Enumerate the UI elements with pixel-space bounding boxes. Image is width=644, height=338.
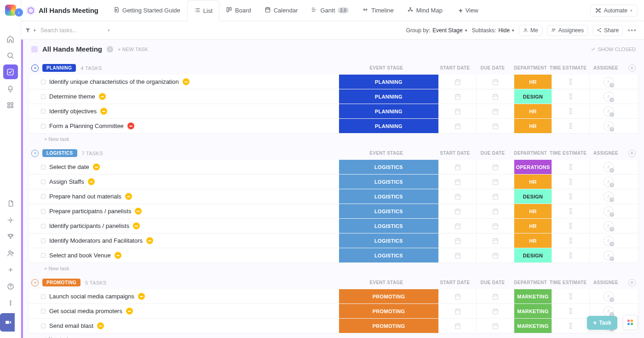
task-status-box[interactable] (41, 253, 46, 258)
view-tab-board[interactable]: Board (219, 0, 258, 21)
task-row[interactable]: Select and book Venue LOGISTICS DESIGN (29, 248, 638, 263)
cell-event-stage[interactable]: PROMOTING (339, 304, 438, 318)
cell-assignee[interactable] (589, 189, 627, 204)
cell-start-date[interactable] (438, 204, 476, 218)
priority-flag-icon[interactable] (133, 222, 140, 229)
cell-time-estimate[interactable] (552, 119, 589, 133)
cell-time-estimate[interactable] (552, 304, 589, 318)
new-task-row-button[interactable]: + New task (29, 263, 638, 271)
task-status-box[interactable] (41, 224, 46, 228)
priority-flag-icon[interactable] (125, 193, 132, 200)
priority-flag-icon[interactable] (100, 108, 107, 115)
cell-event-stage[interactable]: PLANNING (339, 75, 438, 89)
nav-invite[interactable] (3, 246, 18, 261)
group-collapse-button[interactable] (31, 279, 39, 286)
expand-sidebar-button[interactable]: › (15, 8, 23, 17)
cell-due-date[interactable] (476, 219, 514, 233)
cell-due-date[interactable] (476, 89, 514, 104)
cell-event-stage[interactable]: LOGISTICS (339, 204, 438, 218)
task-status-box[interactable] (41, 124, 46, 128)
task-row[interactable]: Prepare hand out materials LOGISTICS DES… (29, 189, 638, 204)
cell-assignee[interactable] (589, 119, 627, 133)
cell-start-date[interactable] (438, 289, 476, 303)
cell-department[interactable]: DESIGN (514, 248, 552, 262)
cell-department[interactable]: HR (514, 119, 552, 133)
cell-event-stage[interactable]: PROMOTING (339, 289, 438, 303)
cell-assignee[interactable] (589, 89, 627, 104)
fab-apps-button[interactable] (623, 315, 638, 330)
cell-time-estimate[interactable] (552, 189, 589, 204)
task-status-box[interactable] (41, 180, 46, 184)
new-task-row-button[interactable]: + New task (29, 333, 638, 338)
priority-flag-icon[interactable] (99, 93, 106, 100)
cell-due-date[interactable] (476, 119, 514, 133)
cell-department[interactable]: DESIGN (514, 89, 552, 104)
nav-more[interactable] (3, 296, 18, 310)
group-badge[interactable]: PROMOTING (42, 279, 80, 286)
task-row[interactable]: Determine theme PLANNING DESIGN (29, 89, 638, 104)
cell-start-date[interactable] (438, 104, 476, 118)
share-button[interactable]: Share (592, 25, 623, 36)
cell-start-date[interactable] (438, 304, 476, 318)
cell-due-date[interactable] (476, 189, 514, 204)
cell-time-estimate[interactable] (552, 89, 589, 104)
task-row[interactable]: Identify participants / panelists LOGIST… (29, 219, 638, 233)
task-row[interactable]: Assign Staffs LOGISTICS HR (29, 175, 638, 189)
cell-event-stage[interactable]: PLANNING (339, 89, 438, 104)
add-column-button[interactable]: + (628, 279, 636, 286)
cell-department[interactable]: HR (514, 233, 552, 248)
cell-time-estimate[interactable] (552, 204, 589, 218)
filter-button[interactable]: ▾ (25, 27, 36, 33)
priority-flag-icon[interactable] (88, 178, 95, 185)
cell-due-date[interactable] (476, 319, 514, 333)
cell-start-date[interactable] (438, 219, 476, 233)
cell-department[interactable]: MARKETING (514, 304, 552, 318)
cell-due-date[interactable] (476, 204, 514, 218)
info-icon[interactable]: i (107, 46, 113, 52)
add-column-button[interactable]: + (628, 64, 636, 72)
cell-department[interactable]: HR (514, 204, 552, 218)
group-by-button[interactable]: Group by: Event Stage ▾ (406, 27, 467, 34)
cell-event-stage[interactable]: PLANNING (339, 104, 438, 118)
cell-assignee[interactable] (589, 160, 627, 174)
cell-department[interactable]: HR (514, 104, 552, 118)
add-column-button[interactable]: + (628, 150, 636, 157)
task-status-box[interactable] (41, 239, 46, 243)
task-row[interactable]: Prepare participatns / panelists LOGISTI… (29, 204, 638, 219)
group-badge[interactable]: LOGISTICS (42, 149, 77, 157)
nav-tasks[interactable] (3, 64, 18, 79)
task-status-box[interactable] (41, 109, 46, 114)
task-row[interactable]: Launch social media campaigns PROMOTING … (29, 289, 638, 304)
cell-time-estimate[interactable] (552, 248, 589, 262)
nav-goals[interactable] (3, 229, 18, 244)
new-task-button[interactable]: + NEW TASK (118, 47, 148, 52)
task-status-box[interactable] (41, 94, 46, 99)
priority-flag-icon[interactable] (127, 122, 134, 129)
group-badge[interactable]: PLANNING (42, 64, 76, 72)
cell-time-estimate[interactable] (552, 219, 589, 233)
cell-event-stage[interactable]: LOGISTICS (339, 160, 438, 174)
cell-due-date[interactable] (476, 104, 514, 118)
cell-start-date[interactable] (438, 119, 476, 133)
cell-start-date[interactable] (438, 160, 476, 174)
list-content-scroll[interactable]: All Hands Meeting i + NEW TASK SHOW CLOS… (21, 40, 644, 338)
cell-due-date[interactable] (476, 160, 514, 174)
task-status-box[interactable] (41, 80, 46, 84)
view-tab-list[interactable]: List (187, 0, 219, 22)
nav-docs[interactable] (3, 196, 18, 211)
priority-flag-icon[interactable] (146, 237, 153, 244)
record-clip-button[interactable] (0, 313, 15, 332)
cell-assignee[interactable] (589, 104, 627, 118)
app-logo[interactable] (5, 5, 16, 16)
cell-assignee[interactable] (589, 233, 627, 248)
cell-due-date[interactable] (476, 304, 514, 318)
task-row[interactable]: Select the date LOGISTICS OPERATIONS (29, 160, 638, 175)
cell-event-stage[interactable]: PLANNING (339, 119, 438, 133)
cell-start-date[interactable] (438, 189, 476, 204)
priority-flag-icon[interactable] (138, 293, 145, 300)
automate-button[interactable]: Automate ▾ (590, 5, 638, 17)
view-tab-gantt[interactable]: Gantt2.0 (305, 0, 356, 21)
nav-new[interactable] (3, 262, 18, 277)
cell-time-estimate[interactable] (552, 233, 589, 248)
priority-flag-icon[interactable] (93, 163, 100, 170)
